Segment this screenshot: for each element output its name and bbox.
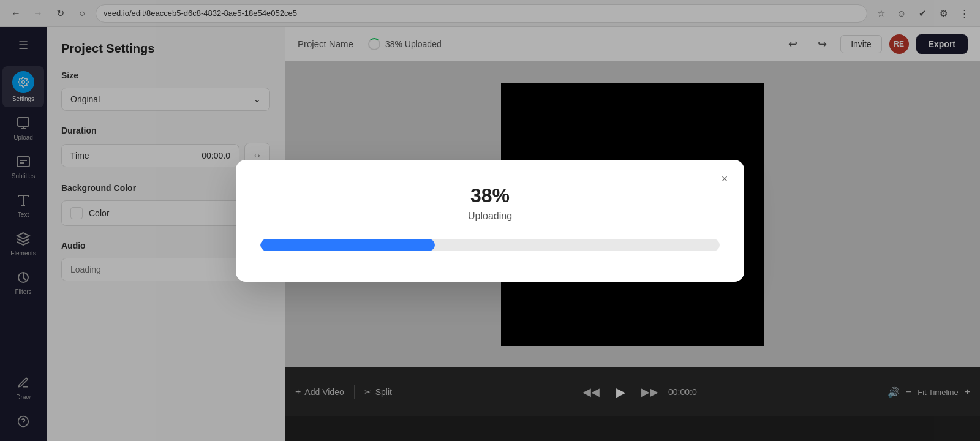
modal-status: Uploading <box>260 211 720 222</box>
modal-close-button[interactable]: × <box>715 170 734 189</box>
modal-percent: 38% <box>260 184 720 207</box>
progress-track <box>260 239 720 251</box>
progress-fill <box>260 239 435 251</box>
modal-overlay: × 38% Uploading <box>0 0 980 441</box>
upload-modal: × 38% Uploading <box>236 160 744 282</box>
